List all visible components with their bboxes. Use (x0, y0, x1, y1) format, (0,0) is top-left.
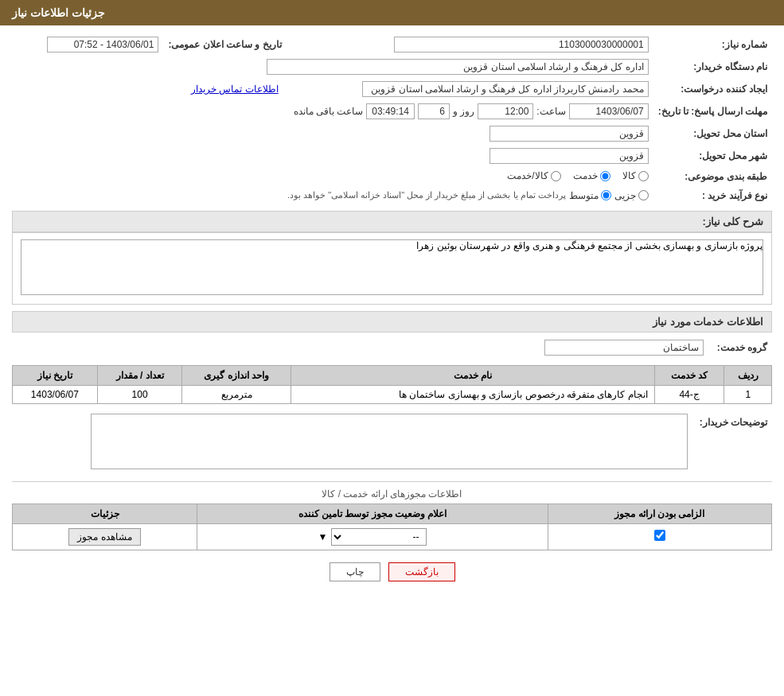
col-tarikh: تاریخ نیاز (13, 365, 98, 385)
tabaqe-kala-radio[interactable] (638, 171, 649, 181)
cell-kod: ج-44 (654, 385, 724, 403)
license-table: الزامی بودن ارائه مجوز اعلام وضعیت مجوز … (12, 504, 772, 550)
noe-label: نوع فرآیند خرید : (653, 187, 772, 204)
grooh-table: گروه خدمت: (12, 336, 772, 359)
grooh-label: گروه خدمت: (708, 336, 772, 359)
tabaqe-radio-group: کالا خدمت کالا/خدمت (507, 170, 648, 181)
cell-tarikh: 1403/06/07 (13, 385, 98, 403)
col-alam: اعلام وضعیت مجوز توسط تامین کننده (197, 504, 548, 523)
sharh-section-header: شرح کلی نیاز: (12, 211, 772, 232)
tabaqe-khedmat-radio[interactable] (600, 171, 610, 181)
table-row: 1 ج-44 انجام کارهای متفرقه درخصوص بازساز… (13, 385, 772, 403)
license-table-row: -- ▼ مشاهده مجوز (13, 523, 772, 550)
mohlat-baqi-label: ساعت باقی مانده (294, 106, 364, 117)
tabaqe-kala-khedmat-label: کالا/خدمت (507, 170, 548, 181)
tabaqe-kala-khedmat-item[interactable]: کالا/خدمت (507, 170, 560, 181)
tarikh-input[interactable] (47, 37, 158, 52)
tabaqe-kala-khedmat-radio[interactable] (551, 171, 561, 181)
mohlat-date-input[interactable] (569, 103, 649, 119)
chap-button[interactable]: چاپ (330, 562, 380, 581)
shomare-niaz-label: شماره نیاز: (653, 33, 772, 56)
noe-jozyi-label: جزیی (614, 190, 636, 201)
grooh-row: گروه خدمت: (12, 336, 772, 359)
bazgasht-button[interactable]: بازگشت (388, 562, 455, 581)
tozihaat-textarea[interactable] (91, 414, 688, 469)
sharh-textarea[interactable]: پروژه بازسازی و بهسازی بخشی از مجتمع فره… (21, 239, 763, 295)
khadamat-label: اطلاعات خدمات مورد نیاز (653, 316, 763, 328)
mohlat-countdown-value: 03:49:14 (366, 103, 415, 119)
col-radif: ردیف (724, 365, 772, 385)
noe-note: پرداخت تمام یا بخشی از مبلغ خریدار از مح… (287, 190, 566, 200)
mohlat-time-input[interactable] (478, 103, 533, 119)
tarikh-label: تاریخ و ساعت اعلان عمومی: (163, 33, 286, 56)
moshahedeh-button[interactable]: مشاهده مجوز (68, 528, 140, 546)
elzam-cell (548, 523, 771, 550)
nam-dastgah-label: نام دستگاه خریدار: (653, 56, 772, 78)
joziyat-cell: مشاهده مجوز (13, 523, 197, 550)
ijad-konande-label: ایجاد کننده درخواست: (653, 78, 772, 100)
nam-dastgah-input[interactable] (267, 59, 649, 75)
col-vahed: واحد اندازه گیری (182, 365, 291, 385)
mohlat-time-label: ساعت: (536, 106, 565, 117)
info-table: شماره نیاز: تاریخ و ساعت اعلان عمومی: نا… (12, 33, 772, 204)
col-elzam: الزامی بودن ارائه مجوز (548, 504, 771, 523)
shahr-label: شهر محل تحویل: (653, 145, 772, 167)
divider-1 (12, 481, 772, 482)
sharh-section: پروژه بازسازی و بهسازی بخشی از مجتمع فره… (12, 232, 772, 305)
noe-motevaset-label: متوسط (569, 190, 599, 201)
page-container: جزئیات اطلاعات نیاز شماره نیاز: تاریخ و … (0, 0, 784, 696)
tozihaat-label: توضیحات خریدار: (692, 410, 772, 475)
page-title: جزئیات اطلاعات نیاز (12, 6, 105, 19)
services-table: ردیف کد خدمت نام خدمت واحد اندازه گیری ت… (12, 365, 772, 404)
elzam-checkbox[interactable] (654, 530, 665, 541)
col-nam: نام خدمت (291, 365, 655, 385)
mohlat-rooz-input[interactable] (418, 103, 450, 119)
khadamat-section-header: اطلاعات خدمات مورد نیاز (12, 311, 772, 332)
alam-select[interactable]: -- (331, 528, 427, 546)
tozihaat-table: توضیحات خریدار: (12, 410, 772, 475)
chevron-down-icon: ▼ (318, 531, 328, 542)
license-title-text: اطلاعات مجوزهای ارائه خدمت / کالا (322, 488, 462, 500)
ettelaat-tamas-link[interactable]: اطلاعات تماس خریدار (191, 84, 279, 95)
cell-radif: 1 (724, 385, 772, 403)
col-kod: کد خدمت (654, 365, 724, 385)
tabaqe-kala-label: کالا (622, 170, 636, 181)
col-joziyat: جزئیات (13, 504, 197, 523)
tabaqe-kala-item[interactable]: کالا (622, 170, 649, 181)
mohlat-rooz-label: روز و (453, 106, 474, 117)
mohlat-label: مهلت ارسال پاسخ: تا تاریخ: (653, 100, 772, 122)
grooh-input[interactable] (544, 340, 704, 356)
shahr-input[interactable] (490, 148, 649, 164)
page-header: جزئیات اطلاعات نیاز (0, 0, 784, 25)
buttons-row: بازگشت چاپ (12, 562, 772, 581)
shomare-niaz-input[interactable] (394, 37, 649, 52)
cell-tedad: 100 (97, 385, 182, 403)
noe-jozyi-item[interactable]: جزیی (614, 190, 649, 201)
noe-motevaset-radio[interactable] (601, 190, 611, 200)
ostan-label: استان محل تحویل: (653, 122, 772, 145)
noe-motevaset-item[interactable]: متوسط (569, 190, 611, 201)
cell-nam: انجام کارهای متفرقه درخصوص بازسازی و بهس… (291, 385, 655, 403)
license-section-title: اطلاعات مجوزهای ارائه خدمت / کالا (12, 488, 772, 500)
alam-cell: -- ▼ (197, 523, 548, 550)
noe-jozyi-radio[interactable] (638, 190, 649, 200)
tabaqe-khedmat-item[interactable]: خدمت (573, 170, 610, 181)
sharh-label: شرح کلی نیاز: (702, 216, 763, 227)
main-content: شماره نیاز: تاریخ و ساعت اعلان عمومی: نا… (0, 25, 784, 601)
cell-vahed: مترمربع (182, 385, 291, 403)
ostan-input[interactable] (490, 126, 649, 142)
tabaqe-khedmat-label: خدمت (573, 170, 598, 181)
ijad-konande-input[interactable] (362, 81, 649, 97)
col-tedad: تعداد / مقدار (97, 365, 182, 385)
tabaqe-label: طبقه بندی موضوعی: (653, 167, 772, 187)
